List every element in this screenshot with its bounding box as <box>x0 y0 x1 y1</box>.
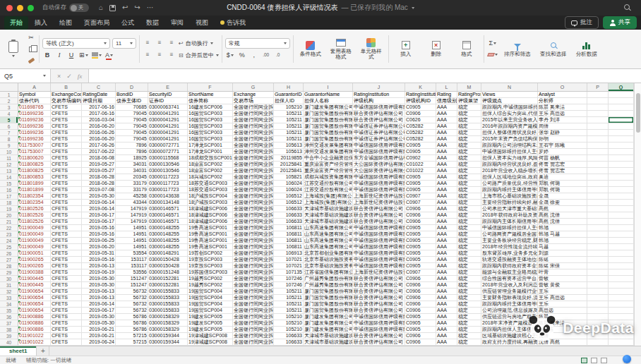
cell-N24[interactable]: 主要业务板块经营稳定,财务弹性良好 <box>481 238 538 244</box>
cell-G36[interactable]: 全国银行间同业拆借中心 <box>233 314 274 320</box>
cell-C37[interactable]: 2019-05-30 <box>82 320 116 327</box>
cell-I6[interactable]: 厦门国贸集团股份有限公司 <box>304 123 353 130</box>
cell-C9[interactable]: 2017-06-26 <box>82 142 116 149</box>
cell-L5[interactable]: AAA <box>436 117 457 123</box>
tab-绘图[interactable]: 绘图 <box>54 16 78 30</box>
cell-K15[interactable]: C0905 <box>405 181 436 187</box>
cell-F36[interactable]: 19建发SCP005 <box>188 314 233 320</box>
cell-N9[interactable]: 跟踪期内公司治理结构未发生重大变化 <box>481 142 538 149</box>
cell-C20[interactable]: 2019-06-17 <box>82 212 116 219</box>
row-header-33[interactable]: 33 <box>0 295 18 301</box>
cell-B17[interactable]: CFETS <box>51 193 82 200</box>
cell-N4[interactable]: 担保人综合实力突出,代偿能力很强 <box>481 111 538 117</box>
column-header-A[interactable]: A <box>18 83 51 91</box>
cell-O25[interactable]: 马越 <box>538 244 587 250</box>
cell-I18[interactable]: 上海城投(集团)有限公司 <box>304 200 353 206</box>
cell-Q29[interactable] <box>609 269 634 276</box>
cell-F17[interactable]: 18沪城投SCP004 <box>188 193 233 200</box>
cell-N15[interactable]: 公司路产质量优良,经营性现金流充沛 <box>481 181 538 187</box>
cell-K29[interactable]: C0907 <box>405 269 436 276</box>
delete-cells-button[interactable]: × 删除 <box>422 41 450 57</box>
cell-E34[interactable]: 03000155833 <box>148 301 188 308</box>
cell-O3[interactable]: 陈晨 奚来洁 <box>538 104 587 111</box>
borders-button[interactable]: ⊞ <box>78 51 89 61</box>
cell-N7[interactable]: 担保人整体信用状况良好,偿债能力很强 <box>481 130 538 136</box>
cell-H18[interactable]: 106512 <box>274 200 304 206</box>
cell-Q25[interactable] <box>609 244 634 250</box>
cell-I26[interactable]: 北京首都创业集团有限公司 <box>304 250 353 257</box>
cell-H15[interactable]: 106024 <box>274 181 304 187</box>
cell-B15[interactable]: CFETS <box>51 181 82 187</box>
select-all-corner[interactable] <box>0 83 18 91</box>
cell-D34[interactable]: 56732 <box>116 301 148 308</box>
cell-F1[interactable]: ShortName <box>188 92 233 98</box>
cell-P12[interactable] <box>587 162 609 168</box>
cell-D35[interactable]: 56732 <box>116 308 148 314</box>
cell-Q26[interactable] <box>609 250 634 257</box>
cell-O19[interactable]: 高然 <box>538 206 587 212</box>
cell-N25[interactable]: 2018年经营性现金流持续净流入 <box>481 244 538 250</box>
cell-D24[interactable]: 14951 <box>116 238 148 244</box>
cell-L1[interactable]: Rating <box>436 92 457 98</box>
insert-function-icon[interactable]: fx <box>78 73 83 80</box>
cell-G12[interactable]: 全国银行间同业拆借中心 <box>233 162 274 168</box>
column-header-G[interactable]: G <box>233 83 274 91</box>
cell-G24[interactable]: 全国银行间同业拆借中心 <box>233 238 274 244</box>
cell-Q24[interactable] <box>609 238 634 244</box>
cancel-formula-icon[interactable]: × <box>57 73 61 80</box>
cell-E13[interactable]: 03000130546 <box>148 168 188 174</box>
cell-N12[interactable]: 跟踪期内经营状况良好,盈利能力稳定 <box>481 162 538 168</box>
cell-L34[interactable]: AAA <box>436 301 457 308</box>
cell-Q30[interactable] <box>609 276 634 282</box>
cut-button[interactable]: ✂ <box>26 33 36 43</box>
cell-L8[interactable]: AAA <box>436 136 457 142</box>
tab-开始[interactable]: 开始 <box>4 16 28 30</box>
cell-G4[interactable]: 全国银行间同业拆借中心 <box>233 111 274 117</box>
cell-Q13[interactable] <box>609 168 634 174</box>
cell-I28[interactable]: 北京市基础设施投资有限公司 <box>304 263 353 269</box>
cell-E6[interactable]: 03000041291 <box>148 123 188 130</box>
cell-K39[interactable]: C0906 <box>405 333 436 339</box>
cell-C23[interactable]: 2019-05-16 <box>82 231 116 238</box>
cell-O34[interactable]: 王乐 <box>538 301 587 308</box>
cell-E26[interactable]: 03000148291 <box>148 250 188 257</box>
tab-插入[interactable]: 插入 <box>29 16 53 30</box>
cell-D9[interactable]: 7896 <box>116 142 148 149</box>
cell-P31[interactable] <box>587 282 609 289</box>
cell-N32[interactable]: 供应链管理业务规模行业领先 <box>481 289 538 295</box>
cell-A6[interactable]: 011699236 <box>18 123 51 130</box>
cell-N22[interactable]: 中诚信国际维持担保人主体信用等级AAA <box>481 225 538 231</box>
cell-F32[interactable]: 19国贸SCP004 <box>188 289 233 295</box>
cell-J40[interactable]: 联合资信评估有限公司 <box>353 339 405 346</box>
cell-H22[interactable]: 106811 <box>274 225 304 231</box>
cell-E39[interactable]: 03000159344 <box>148 333 188 339</box>
cell-B18[interactable]: CFETS <box>51 200 82 206</box>
cell-Q19[interactable] <box>609 206 634 212</box>
cell-H24[interactable]: 106811 <box>274 238 304 244</box>
cell-C21[interactable]: 2019-06-17 <box>82 219 116 225</box>
cell-H34[interactable]: 105211 <box>274 301 304 308</box>
cell-M18[interactable]: 稳定 <box>457 200 481 206</box>
cell-F34[interactable]: 19国贸SCP004 <box>188 301 233 308</box>
cell-F33[interactable]: 19国贸SCP004 <box>188 295 233 301</box>
cell-I35[interactable]: 厦门国贸集团股份有限公司 <box>304 308 353 314</box>
cell-O31[interactable]: 曾敏 黄俊 <box>538 282 587 289</box>
cell-M17[interactable]: 稳定 <box>457 193 481 200</box>
cell-Q15[interactable] <box>609 181 634 187</box>
cell-A2[interactable]: 债券代码 <box>18 98 51 104</box>
cell-A23[interactable]: 011900049 <box>18 231 51 238</box>
cell-N38[interactable]: 跟踪期内担保人主体信用等级维持AAA <box>481 327 538 333</box>
cell-B35[interactable]: CFETS <box>51 308 82 314</box>
cell-J14[interactable]: 中诚信国际信用评级有限责任公司 <box>353 174 405 181</box>
cell-O9[interactable]: 王石宇 陈曦 <box>538 142 587 149</box>
cell-F24[interactable]: 19鲁高速SCP001 <box>188 238 233 244</box>
cell-C2[interactable]: 评级日期 <box>82 98 116 104</box>
cell-A12[interactable]: 011800825 <box>18 162 51 168</box>
cell-G19[interactable]: 全国银行间同业拆借中心 <box>233 206 274 212</box>
cell-O11[interactable]: 何苗 杨帆 <box>538 155 587 162</box>
cell-C15[interactable]: 2018-06-28 <box>82 181 116 187</box>
fill-color-button[interactable] <box>91 51 102 61</box>
cell-G30[interactable]: 全国银行间同业拆借中心 <box>233 276 274 282</box>
cell-D36[interactable]: 56786 <box>116 314 148 320</box>
cell-I12[interactable]: 重庆渝富资产经营管理集团有限公司 <box>304 162 353 168</box>
